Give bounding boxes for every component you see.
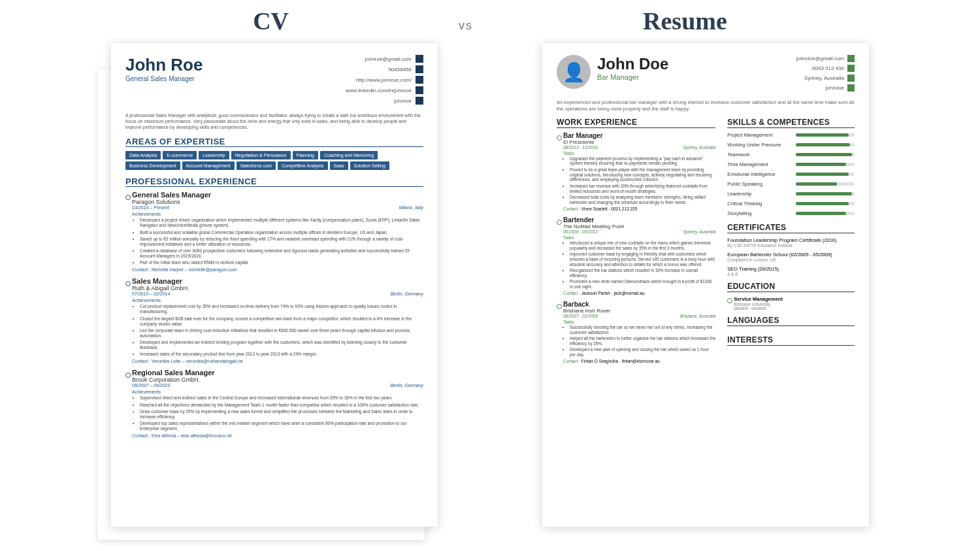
pin-icon <box>847 75 855 82</box>
cv-name: John Roe <box>125 55 203 75</box>
job-company: Brisbane Irish Rover <box>563 308 715 314</box>
job-dates: 08/2007 - 01/2009 <box>563 314 598 318</box>
edu-school: Brisbane University <box>734 302 855 307</box>
edu-title: Service Management <box>734 296 855 302</box>
skill-bar <box>796 153 855 156</box>
job-location: Milano, Italy <box>399 205 423 210</box>
skype-icon <box>416 97 423 105</box>
resume-stack: 👤 John Doe Bar Manager johndoe@gmail.com… <box>542 43 869 533</box>
cv-stack: John Roe General Sales Manager johnroe@g… <box>111 43 438 533</box>
skill-row: Emotional Intelligence <box>727 171 855 177</box>
comparison-header: CV vs Resume <box>0 0 980 35</box>
resume-skills-heading: SKILLS & COMPETENCES <box>727 118 855 128</box>
skill-row: Time Management <box>727 161 855 167</box>
job-bullet: Introduced a unique mix of new cocktails… <box>570 241 715 251</box>
cert-sub: By CSE EMTW Education Institute <box>727 243 855 248</box>
job-location: Sydney, Australia <box>683 145 715 150</box>
cv-phone: 50458456 <box>388 67 412 73</box>
resume-job: Bar Manager El Presidente 08/2013 - 12/2… <box>557 132 715 211</box>
job-bullet: Upgraded the payment process by implemen… <box>570 156 715 167</box>
job-contact: Contact : Jackson Parish - jack@nomad.au <box>563 291 715 295</box>
job-bullet: Closed the largest B2B sale ever for the… <box>140 316 423 327</box>
achievements-label: Achievements <box>132 390 423 394</box>
skill-bar <box>796 192 855 195</box>
expertise-tag: Data Analysis <box>125 151 161 159</box>
job-bullet: Increased sales of the secondary product… <box>140 352 423 357</box>
resume-summary: An experienced and professional bar mana… <box>557 99 855 112</box>
tasks-label: Tasks <box>563 235 715 240</box>
job-company: The NoMad Meeting Point <box>563 224 715 229</box>
job-bullet: Developed a project driven organization … <box>140 218 423 228</box>
job-location: Berlin, Germany <box>390 292 423 296</box>
expertise-tag: Competitive Analysis <box>278 161 328 170</box>
skill-name: Critical Thinking <box>727 201 762 207</box>
skill-name: Working Under Pressure <box>727 142 781 148</box>
skill-name: Storytelling <box>727 210 751 216</box>
skill-row: Leadership <box>727 191 855 197</box>
resume-label: Resume <box>643 7 727 35</box>
cv-experience-heading: PROFESSIONAL EXPERIENCE <box>125 176 423 187</box>
expertise-tag: E-commerce <box>163 151 197 159</box>
job-contact: Contact : Vince Scarlett - 0021 213 235 <box>563 207 715 211</box>
expertise-tag: Coaching and Mentoring <box>320 151 378 159</box>
job-bullet: Successfully stocking the bar so we neve… <box>570 325 715 335</box>
job-bullet: Reached all the objectives demanded by t… <box>140 403 423 408</box>
globe-icon <box>416 76 423 84</box>
expertise-tag: Negotiation & Persuasion <box>231 151 291 159</box>
job-contact: Contact : Michelle Harper – michelle@par… <box>132 267 423 272</box>
expertise-tag: Planning <box>293 151 318 159</box>
job-bullet: Decreased total costs by analyzing team … <box>570 195 715 205</box>
resume-edu-heading: EDUCATION <box>727 282 855 292</box>
skill-name: Project Management <box>727 132 772 138</box>
skill-row: Teamwork <box>727 152 855 158</box>
resume-location: Sydney, Australia <box>804 75 844 81</box>
cv-document: John Roe General Sales Manager johnroe@g… <box>111 43 438 527</box>
skill-bar <box>796 182 855 186</box>
job-bullet: Proved to be a great team-player with th… <box>570 167 715 183</box>
job-bullet: Developed a new plan of opening and clos… <box>570 347 715 358</box>
job-bullet: Developed and implemented an indirect le… <box>140 340 423 350</box>
job-bullet: Reorganized the bar stations which resul… <box>570 268 715 278</box>
skill-row: Working Under Pressure <box>727 142 855 148</box>
job-bullet: Promoted a new drink named Diamondback w… <box>570 279 715 290</box>
job-bullet: Saved up to €2 million annually by reduc… <box>140 237 423 247</box>
cv-job: General Sales Manager Paragon Solutions … <box>125 191 423 272</box>
skill-bar <box>796 163 855 166</box>
cert-title: Foundation Leadership Program Certificat… <box>727 237 855 243</box>
resume-lang-heading: LANGUAGES <box>727 316 855 326</box>
job-location: Sydney, Australia <box>683 229 715 234</box>
job-bullet: Created a database of over 8000 prospect… <box>140 248 423 259</box>
job-bullets: Cut product replacement cost by 35% and … <box>132 304 423 357</box>
job-title: Barback <box>563 301 715 308</box>
certificate: Foundation Leadership Program Certificat… <box>727 237 855 248</box>
resume-email: johndoe@gmail.com <box>796 56 844 61</box>
resume-name: John Doe <box>597 55 668 73</box>
mail-icon <box>847 55 855 62</box>
job-bullet: Supervised direct and indirect sales in … <box>140 395 423 401</box>
tasks-label: Tasks <box>563 320 715 324</box>
vs-label: vs <box>459 19 473 33</box>
phone-icon <box>416 65 423 73</box>
expertise-tag: Leadership <box>199 151 229 159</box>
job-bullets: Successfully stocking the bar so we neve… <box>563 325 715 358</box>
job-title: General Sales Manager <box>132 191 423 199</box>
resume-certs-heading: CERTIFICATES <box>727 223 855 233</box>
job-dates: 03/2014 – Present <box>132 205 169 210</box>
skill-row: Storytelling <box>727 210 855 216</box>
job-bullet: Led the corporate team in driving cost-r… <box>140 328 423 339</box>
skill-bar <box>796 212 855 215</box>
skill-name: Time Management <box>727 161 768 167</box>
cv-summary: A professional Sales Manager with analyt… <box>125 112 423 130</box>
job-bullets: Introduced a unique mix of new cocktails… <box>563 241 715 290</box>
resume-job: Barback Brisbane Irish Rover 08/2007 - 0… <box>557 301 715 363</box>
certificate: SEO Training (09/2015)A & B <box>727 266 855 276</box>
job-company: El Presidente <box>563 139 715 145</box>
job-dates: 08/2013 - 12/2016 <box>563 145 598 150</box>
job-dates: 06/2009 - 05/2013 <box>563 229 598 234</box>
job-bullet: Cut product replacement cost by 35% and … <box>140 304 423 314</box>
expertise-tag: Saas <box>330 161 348 170</box>
cert-sub: A & B <box>727 272 855 276</box>
tasks-label: Tasks <box>563 151 715 156</box>
job-bullet: Grew customer base by 25% by implementin… <box>140 409 423 420</box>
job-bullet: Developed top sales representatives with… <box>140 421 423 431</box>
